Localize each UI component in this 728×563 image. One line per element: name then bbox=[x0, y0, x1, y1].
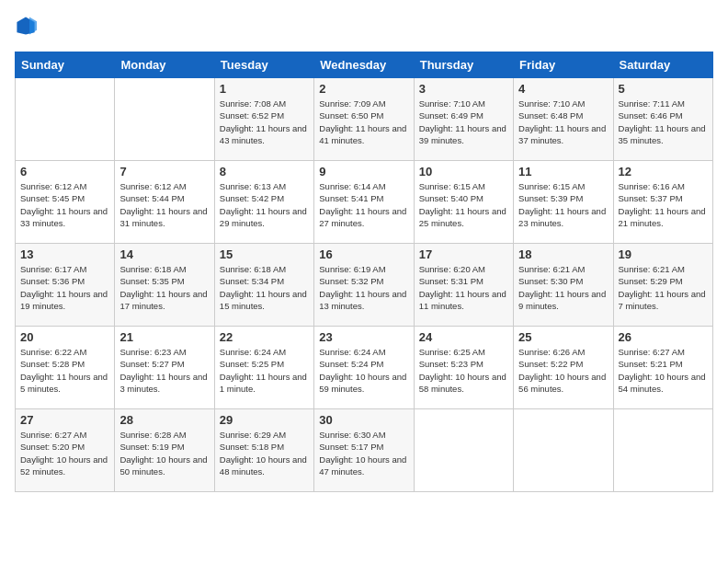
calendar-cell bbox=[613, 409, 712, 492]
day-number: 19 bbox=[619, 247, 708, 261]
calendar-cell bbox=[16, 78, 115, 161]
day-content: Sunrise: 6:18 AM Sunset: 5:34 PM Dayligh… bbox=[220, 263, 309, 312]
calendar-cell: 1Sunrise: 7:08 AM Sunset: 6:52 PM Daylig… bbox=[214, 78, 313, 161]
weekday-header: Thursday bbox=[414, 52, 513, 78]
weekday-header: Wednesday bbox=[314, 52, 414, 78]
day-number: 11 bbox=[518, 165, 608, 178]
calendar-cell: 10Sunrise: 6:15 AM Sunset: 5:40 PM Dayli… bbox=[414, 161, 513, 244]
calendar-cell: 12Sunrise: 6:16 AM Sunset: 5:37 PM Dayli… bbox=[613, 161, 712, 244]
day-number: 22 bbox=[220, 330, 309, 344]
weekday-row: SundayMondayTuesdayWednesdayThursdayFrid… bbox=[16, 52, 713, 78]
day-content: Sunrise: 6:12 AM Sunset: 5:45 PM Dayligh… bbox=[20, 180, 109, 229]
calendar-cell: 13Sunrise: 6:17 AM Sunset: 5:36 PM Dayli… bbox=[16, 244, 115, 327]
calendar-cell: 28Sunrise: 6:28 AM Sunset: 5:19 PM Dayli… bbox=[115, 409, 214, 492]
calendar-table: SundayMondayTuesdayWednesdayThursdayFrid… bbox=[15, 52, 713, 492]
calendar-cell: 18Sunrise: 6:21 AM Sunset: 5:30 PM Dayli… bbox=[514, 244, 613, 327]
logo bbox=[15, 15, 40, 40]
day-number: 4 bbox=[518, 82, 608, 96]
calendar-week-row: 13Sunrise: 6:17 AM Sunset: 5:36 PM Dayli… bbox=[16, 244, 713, 327]
day-content: Sunrise: 6:14 AM Sunset: 5:41 PM Dayligh… bbox=[319, 180, 408, 229]
day-number: 7 bbox=[119, 165, 209, 178]
calendar-cell: 21Sunrise: 6:23 AM Sunset: 5:27 PM Dayli… bbox=[115, 327, 214, 409]
day-content: Sunrise: 6:13 AM Sunset: 5:42 PM Dayligh… bbox=[220, 180, 309, 229]
page-header bbox=[15, 15, 713, 40]
calendar-cell: 24Sunrise: 6:25 AM Sunset: 5:23 PM Dayli… bbox=[414, 327, 513, 409]
calendar-cell bbox=[115, 78, 214, 161]
calendar-cell: 2Sunrise: 7:09 AM Sunset: 6:50 PM Daylig… bbox=[314, 78, 414, 161]
weekday-header: Friday bbox=[514, 52, 613, 78]
day-content: Sunrise: 6:24 AM Sunset: 5:24 PM Dayligh… bbox=[319, 346, 408, 395]
day-number: 2 bbox=[319, 82, 408, 96]
day-content: Sunrise: 6:15 AM Sunset: 5:39 PM Dayligh… bbox=[518, 180, 608, 229]
day-number: 17 bbox=[419, 247, 508, 261]
day-content: Sunrise: 6:21 AM Sunset: 5:30 PM Dayligh… bbox=[518, 263, 608, 312]
calendar-cell: 5Sunrise: 7:11 AM Sunset: 6:46 PM Daylig… bbox=[613, 78, 712, 161]
day-content: Sunrise: 6:12 AM Sunset: 5:44 PM Dayligh… bbox=[119, 180, 209, 229]
day-number: 14 bbox=[119, 247, 209, 261]
calendar-cell: 3Sunrise: 7:10 AM Sunset: 6:49 PM Daylig… bbox=[414, 78, 513, 161]
calendar-cell: 9Sunrise: 6:14 AM Sunset: 5:41 PM Daylig… bbox=[314, 161, 414, 244]
calendar-body: 1Sunrise: 7:08 AM Sunset: 6:52 PM Daylig… bbox=[16, 78, 713, 492]
day-number: 3 bbox=[419, 82, 508, 96]
day-content: Sunrise: 7:08 AM Sunset: 6:52 PM Dayligh… bbox=[220, 98, 309, 146]
day-number: 23 bbox=[319, 330, 408, 344]
calendar-cell: 14Sunrise: 6:18 AM Sunset: 5:35 PM Dayli… bbox=[115, 244, 214, 327]
day-content: Sunrise: 6:30 AM Sunset: 5:17 PM Dayligh… bbox=[319, 429, 408, 477]
day-number: 16 bbox=[319, 247, 408, 261]
day-content: Sunrise: 6:28 AM Sunset: 5:19 PM Dayligh… bbox=[119, 429, 209, 477]
day-number: 27 bbox=[20, 413, 109, 427]
day-number: 29 bbox=[220, 413, 309, 427]
day-number: 28 bbox=[119, 413, 209, 427]
calendar-cell: 27Sunrise: 6:27 AM Sunset: 5:20 PM Dayli… bbox=[16, 409, 115, 492]
calendar-week-row: 20Sunrise: 6:22 AM Sunset: 5:28 PM Dayli… bbox=[16, 327, 713, 409]
day-number: 12 bbox=[619, 165, 708, 178]
day-number: 25 bbox=[518, 330, 608, 344]
day-number: 24 bbox=[419, 330, 508, 344]
calendar-cell: 4Sunrise: 7:10 AM Sunset: 6:48 PM Daylig… bbox=[514, 78, 613, 161]
day-content: Sunrise: 6:20 AM Sunset: 5:31 PM Dayligh… bbox=[419, 263, 508, 312]
calendar-cell: 17Sunrise: 6:20 AM Sunset: 5:31 PM Dayli… bbox=[414, 244, 513, 327]
calendar-cell: 16Sunrise: 6:19 AM Sunset: 5:32 PM Dayli… bbox=[314, 244, 414, 327]
day-content: Sunrise: 7:09 AM Sunset: 6:50 PM Dayligh… bbox=[319, 98, 408, 146]
calendar-week-row: 1Sunrise: 7:08 AM Sunset: 6:52 PM Daylig… bbox=[16, 78, 713, 161]
calendar-cell: 8Sunrise: 6:13 AM Sunset: 5:42 PM Daylig… bbox=[214, 161, 313, 244]
day-content: Sunrise: 6:22 AM Sunset: 5:28 PM Dayligh… bbox=[20, 346, 109, 395]
svg-marker-1 bbox=[29, 17, 37, 34]
day-number: 5 bbox=[619, 82, 708, 96]
day-number: 10 bbox=[419, 165, 508, 178]
calendar-cell bbox=[414, 409, 513, 492]
day-content: Sunrise: 6:23 AM Sunset: 5:27 PM Dayligh… bbox=[119, 346, 209, 395]
logo-icon bbox=[15, 15, 37, 37]
calendar-cell: 6Sunrise: 6:12 AM Sunset: 5:45 PM Daylig… bbox=[16, 161, 115, 244]
calendar-cell: 26Sunrise: 6:27 AM Sunset: 5:21 PM Dayli… bbox=[613, 327, 712, 409]
weekday-header: Monday bbox=[115, 52, 214, 78]
calendar-cell: 23Sunrise: 6:24 AM Sunset: 5:24 PM Dayli… bbox=[314, 327, 414, 409]
day-number: 13 bbox=[20, 247, 109, 261]
day-content: Sunrise: 6:16 AM Sunset: 5:37 PM Dayligh… bbox=[619, 180, 708, 229]
day-content: Sunrise: 6:18 AM Sunset: 5:35 PM Dayligh… bbox=[119, 263, 209, 312]
calendar-cell: 22Sunrise: 6:24 AM Sunset: 5:25 PM Dayli… bbox=[214, 327, 313, 409]
day-number: 6 bbox=[20, 165, 109, 178]
calendar-cell bbox=[514, 409, 613, 492]
day-number: 15 bbox=[220, 247, 309, 261]
day-content: Sunrise: 7:10 AM Sunset: 6:48 PM Dayligh… bbox=[518, 98, 608, 146]
calendar-cell: 25Sunrise: 6:26 AM Sunset: 5:22 PM Dayli… bbox=[514, 327, 613, 409]
calendar-week-row: 6Sunrise: 6:12 AM Sunset: 5:45 PM Daylig… bbox=[16, 161, 713, 244]
day-content: Sunrise: 7:10 AM Sunset: 6:49 PM Dayligh… bbox=[419, 98, 508, 146]
day-number: 30 bbox=[319, 413, 408, 427]
day-content: Sunrise: 6:15 AM Sunset: 5:40 PM Dayligh… bbox=[419, 180, 508, 229]
day-number: 8 bbox=[220, 165, 309, 178]
day-content: Sunrise: 6:24 AM Sunset: 5:25 PM Dayligh… bbox=[220, 346, 309, 395]
day-content: Sunrise: 6:21 AM Sunset: 5:29 PM Dayligh… bbox=[619, 263, 708, 312]
calendar-cell: 20Sunrise: 6:22 AM Sunset: 5:28 PM Dayli… bbox=[16, 327, 115, 409]
day-number: 20 bbox=[20, 330, 109, 344]
day-number: 9 bbox=[319, 165, 408, 178]
calendar-cell: 11Sunrise: 6:15 AM Sunset: 5:39 PM Dayli… bbox=[514, 161, 613, 244]
calendar-cell: 29Sunrise: 6:29 AM Sunset: 5:18 PM Dayli… bbox=[214, 409, 313, 492]
day-content: Sunrise: 6:17 AM Sunset: 5:36 PM Dayligh… bbox=[20, 263, 109, 312]
day-content: Sunrise: 6:25 AM Sunset: 5:23 PM Dayligh… bbox=[419, 346, 508, 395]
calendar-cell: 19Sunrise: 6:21 AM Sunset: 5:29 PM Dayli… bbox=[613, 244, 712, 327]
day-number: 18 bbox=[518, 247, 608, 261]
day-content: Sunrise: 7:11 AM Sunset: 6:46 PM Dayligh… bbox=[619, 98, 708, 146]
calendar-cell: 15Sunrise: 6:18 AM Sunset: 5:34 PM Dayli… bbox=[214, 244, 313, 327]
